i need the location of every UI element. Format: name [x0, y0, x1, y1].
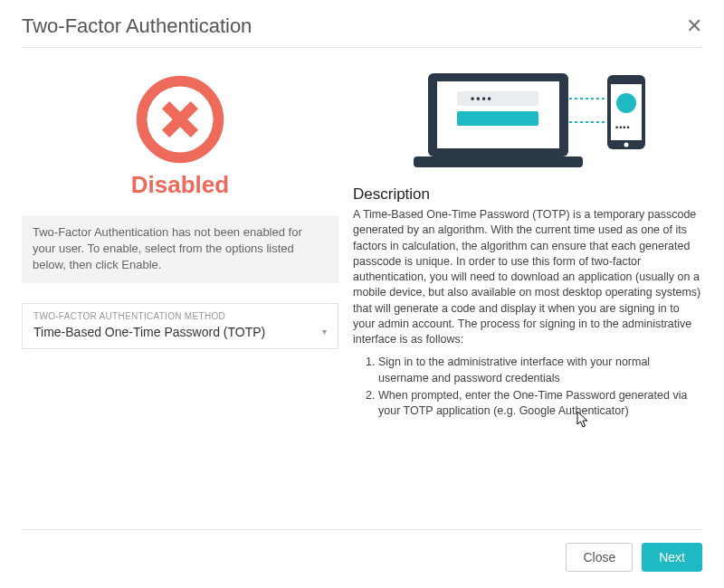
- svg-rect-3: [414, 156, 583, 167]
- method-select[interactable]: TWO-FACTOR AUTHENTICATION METHOD Time-Ba…: [22, 303, 338, 349]
- left-pane: Disabled Two-Factor Authentication has n…: [22, 64, 338, 529]
- disabled-status-icon: [132, 71, 228, 167]
- next-button[interactable]: Next: [642, 543, 702, 572]
- method-field-label: TWO-FACTOR AUTHENTICATION METHOD: [33, 311, 327, 321]
- close-button[interactable]: Close: [566, 543, 633, 572]
- svg-text:••••: ••••: [471, 92, 493, 105]
- right-pane: •••• •••• Description A Time-Based One-T…: [353, 64, 702, 529]
- svg-text:••••: ••••: [615, 123, 631, 132]
- status-label: Disabled: [131, 171, 229, 199]
- close-icon[interactable]: ✕: [686, 14, 702, 38]
- chevron-down-icon: ▾: [322, 327, 327, 337]
- method-field-value: Time-Based One-Time Password (TOTP): [33, 325, 265, 339]
- description-step: Sign in to the administrative interface …: [378, 355, 702, 386]
- status-note: Two-Factor Authentication has not been e…: [22, 215, 338, 283]
- description-text: A Time-Based One-Time Password (TOTP) is…: [353, 207, 702, 347]
- description-heading: Description: [353, 185, 702, 204]
- dialog-title: Two-Factor Authentication: [22, 14, 252, 38]
- dialog-header: Two-Factor Authentication ✕: [22, 14, 702, 48]
- dialog-footer: Close Next: [22, 529, 702, 572]
- svg-point-11: [616, 93, 636, 113]
- dialog-body: Disabled Two-Factor Authentication has n…: [22, 48, 702, 529]
- svg-rect-4: [457, 91, 538, 106]
- totp-illustration: •••• ••••: [401, 66, 654, 175]
- description-step: When prompted, enter the One-Time Passwo…: [378, 388, 702, 420]
- svg-point-13: [624, 143, 629, 147]
- two-factor-dialog: Two-Factor Authentication ✕ Disabled Two…: [0, 0, 724, 588]
- svg-rect-6: [457, 111, 538, 126]
- description-steps: Sign in to the administrative interface …: [353, 355, 702, 421]
